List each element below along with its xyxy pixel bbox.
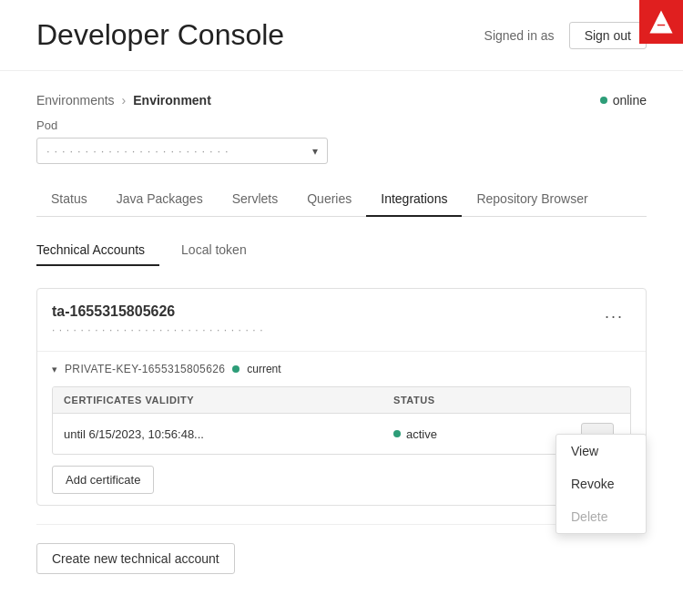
breadcrumb-environments[interactable]: Environments [36, 93, 115, 108]
context-menu-item-revoke[interactable]: Revoke [556, 467, 646, 500]
private-key-header: ▾ PRIVATE-KEY-1655315805626 current [52, 363, 631, 375]
sub-tabs: Technical Accounts Local token [36, 235, 647, 266]
header-right: Signed in as Sign out [484, 22, 647, 49]
pod-select[interactable]: · · · · · · · · · · · · · · · · · · · · … [36, 138, 328, 164]
breadcrumb-environment: Environment [133, 93, 211, 108]
cert-table-header: CERTIFICATES VALIDITY STATUS [53, 387, 630, 414]
breadcrumb: Environments › Environment online [36, 93, 647, 108]
active-indicator [393, 430, 401, 437]
account-header: ta-1655315805626 · · · · · · · · · · · ·… [37, 289, 646, 352]
private-key-section: ▾ PRIVATE-KEY-1655315805626 current CERT… [37, 352, 646, 505]
tab-java-packages[interactable]: Java Packages [102, 182, 218, 217]
context-menu: View Revoke Delete [556, 434, 647, 534]
cert-status: active [393, 427, 576, 441]
page-title: Developer Console [36, 18, 484, 52]
tab-repository-browser[interactable]: Repository Browser [462, 182, 602, 217]
sign-out-button[interactable]: Sign out [569, 22, 647, 49]
col-actions-header [576, 395, 619, 406]
account-email: · · · · · · · · · · · · · · · · · · · · … [52, 323, 597, 336]
cert-status-label: active [406, 427, 437, 441]
context-menu-item-delete: Delete [556, 500, 646, 533]
adobe-logo [639, 0, 683, 44]
sub-tab-local-token[interactable]: Local token [181, 235, 261, 266]
cert-validity: until 6/15/2023, 10:56:48... [64, 427, 393, 441]
current-indicator [232, 365, 240, 373]
nav-tabs: Status Java Packages Servlets Queries In… [36, 182, 647, 217]
tab-queries[interactable]: Queries [292, 182, 366, 217]
account-menu-button[interactable]: ··· [597, 303, 631, 330]
tab-integrations[interactable]: Integrations [366, 182, 462, 217]
breadcrumb-chevron-icon: › [122, 93, 127, 108]
pod-select-value: · · · · · · · · · · · · · · · · · · · · … [46, 144, 312, 158]
environment-status: online [600, 93, 647, 108]
tab-servlets[interactable]: Servlets [218, 182, 293, 217]
pod-label: Pod [36, 118, 647, 132]
pod-chevron-icon: ▾ [312, 145, 318, 158]
col-status-header: STATUS [393, 395, 576, 406]
adobe-a-icon [648, 9, 674, 35]
create-technical-account-button[interactable]: Create new technical account [36, 543, 235, 574]
context-menu-item-view[interactable]: View [556, 435, 646, 467]
header: Developer Console Signed in as Sign out [0, 0, 683, 71]
online-indicator [600, 97, 607, 104]
account-info: ta-1655315805626 · · · · · · · · · · · ·… [52, 303, 597, 336]
cert-row: until 6/15/2023, 10:56:48... active ··· [53, 414, 630, 454]
col-validity-header: CERTIFICATES VALIDITY [64, 395, 393, 406]
private-key-chevron-icon: ▾ [52, 364, 57, 375]
add-certificate-button[interactable]: Add certificate [52, 466, 154, 494]
tab-status[interactable]: Status [36, 182, 102, 217]
sub-tab-technical-accounts[interactable]: Technical Accounts [36, 235, 159, 266]
status-label: online [613, 93, 647, 108]
account-id: ta-1655315805626 [52, 303, 597, 320]
signed-in-label: Signed in as [484, 28, 555, 43]
current-label: current [247, 363, 280, 375]
certificates-table: CERTIFICATES VALIDITY STATUS until 6/15/… [52, 386, 631, 455]
private-key-name: PRIVATE-KEY-1655315805626 [65, 363, 225, 375]
